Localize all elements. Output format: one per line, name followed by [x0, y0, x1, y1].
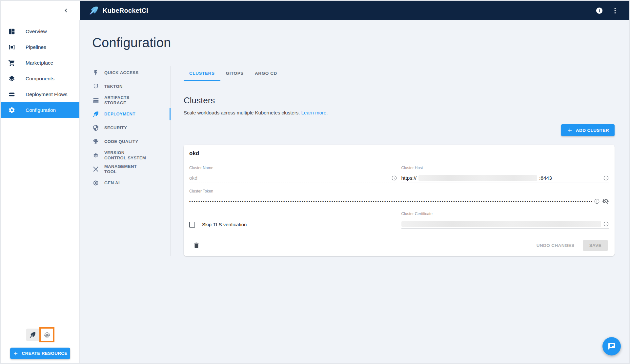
page-content: CLUSTERS GITOPS ARGO CD Clusters Scale w…	[184, 66, 615, 256]
sidebar-item-components[interactable]: Components	[1, 71, 79, 87]
sidebar-item-label: Deployment Flows	[26, 91, 68, 97]
plus-icon	[567, 127, 573, 133]
create-resource-label: CREATE RESOURCE	[22, 351, 67, 356]
cluster-token-label: Cluster Token	[189, 189, 609, 193]
cluster-card-title: okd	[189, 150, 609, 157]
subnav-item-gen-ai[interactable]: GEN AI	[92, 176, 164, 190]
subnav-item-version-control-system[interactable]: VERSION CONTROL SYSTEM	[92, 149, 164, 162]
chevron-left-icon	[62, 7, 70, 14]
subnav-item-management-tool[interactable]: MANAGEMENT TOOL	[92, 162, 164, 176]
annotation-highlight	[39, 327, 54, 342]
section-description: Scale workloads across multiple Kubernet…	[184, 110, 615, 115]
stack-icon	[92, 152, 99, 159]
sidebar-footer: CREATE RESOURCE	[1, 327, 79, 363]
visibility-off-icon[interactable]	[602, 198, 609, 205]
page-title: Configuration	[92, 20, 629, 50]
genai-icon	[92, 179, 99, 187]
kuberocketci-logo-icon[interactable]	[89, 6, 99, 15]
sidebar-collapse-button[interactable]	[60, 5, 72, 16]
plus-icon	[13, 351, 19, 356]
sidebar: Overview Pipelines Marketplace Component…	[1, 20, 80, 363]
topbar: KubeRocketCI	[1, 1, 629, 20]
chat-fab-button[interactable]	[602, 337, 621, 355]
cluster-certificate-input[interactable]	[401, 219, 609, 229]
rocket-quill-icon	[92, 111, 99, 118]
kubernetes-view-button[interactable]	[41, 329, 53, 341]
cluster-name-label: Cluster Name	[189, 166, 397, 170]
tools-icon	[92, 166, 99, 173]
redacted-host-value	[418, 175, 537, 181]
app-title: KubeRocketCI	[103, 7, 148, 14]
subnav-item-code-quality[interactable]: CODE QUALITY	[92, 135, 164, 149]
info-tooltip-icon[interactable]	[603, 221, 609, 227]
skip-tls-row: Skip TLS verification	[189, 220, 397, 229]
sidebar-item-deployment-flows[interactable]: Deployment Flows	[1, 87, 79, 102]
masked-token-value: ••••••••••••••••••••••••••••••••••••••••…	[189, 199, 592, 204]
cluster-name-input[interactable]: okd	[189, 173, 397, 183]
kubernetes-icon	[44, 332, 51, 338]
cart-icon	[8, 59, 16, 67]
app-root: KubeRocketCI Overview	[0, 0, 630, 364]
undo-changes-button[interactable]: UNDO CHANGES	[533, 240, 578, 251]
skip-tls-label: Skip TLS verification	[202, 222, 247, 227]
sidebar-item-label: Pipelines	[26, 44, 46, 50]
add-cluster-button[interactable]: ADD CLUSTER	[561, 124, 615, 136]
save-button[interactable]: SAVE	[583, 240, 608, 251]
quill-icon	[29, 332, 36, 338]
trophy-icon	[92, 138, 99, 145]
trash-icon	[193, 242, 200, 249]
kebab-menu-icon	[611, 7, 619, 14]
subnav-item-tekton[interactable]: TEKTON	[92, 80, 164, 93]
section-heading: Clusters	[184, 95, 615, 106]
cluster-host-input[interactable]: https:// :6443	[401, 173, 609, 183]
sidebar-item-label: Configuration	[26, 107, 56, 113]
cluster-host-field: Cluster Host https:// :6443	[401, 166, 609, 183]
create-resource-button[interactable]: CREATE RESOURCE	[10, 348, 70, 359]
info-tooltip-icon[interactable]	[391, 175, 397, 181]
cluster-host-label: Cluster Host	[401, 166, 609, 170]
storage-icon	[92, 97, 99, 104]
card-actions: UNDO CHANGES SAVE	[189, 239, 609, 251]
gear-icon	[8, 106, 16, 114]
delete-cluster-button[interactable]	[191, 239, 202, 251]
skip-tls-checkbox[interactable]	[189, 222, 195, 228]
quill-theme-button[interactable]	[26, 329, 39, 341]
redacted-certificate-value	[401, 221, 601, 227]
subnav-item-artifacts-storage[interactable]: ARTIFACTS STORAGE	[92, 93, 164, 107]
chat-icon	[608, 342, 616, 350]
flows-icon	[8, 91, 16, 98]
cluster-certificate-label: Cluster Certificate	[401, 212, 609, 216]
sidebar-item-label: Components	[26, 76, 54, 82]
shield-icon	[92, 124, 99, 131]
cluster-token-field: Cluster Token ••••••••••••••••••••••••••…	[189, 189, 609, 206]
sidebar-item-overview[interactable]: Overview	[1, 24, 79, 39]
subnav-item-security[interactable]: SECURITY	[92, 121, 164, 135]
info-tooltip-icon[interactable]	[594, 198, 600, 204]
pipelines-icon	[8, 43, 16, 51]
drawer-header	[1, 1, 80, 20]
learn-more-link[interactable]: Learn more.	[301, 110, 328, 115]
topbar-main: KubeRocketCI	[80, 1, 629, 20]
info-icon	[596, 7, 603, 14]
layers-icon	[8, 75, 16, 83]
cluster-certificate-field: Cluster Certificate	[401, 212, 609, 229]
tab-clusters[interactable]: CLUSTERS	[184, 66, 220, 81]
tabs: CLUSTERS GITOPS ARGO CD	[184, 66, 615, 81]
sidebar-item-marketplace[interactable]: Marketplace	[1, 55, 79, 71]
sidebar-item-configuration[interactable]: Configuration	[1, 102, 79, 118]
flash-icon	[92, 69, 99, 76]
info-button[interactable]	[593, 4, 606, 17]
cluster-token-input[interactable]: ••••••••••••••••••••••••••••••••••••••••…	[189, 196, 609, 206]
dashboard-icon	[8, 28, 16, 35]
cluster-name-field: Cluster Name okd	[189, 166, 397, 183]
cluster-card: okd Cluster Name okd	[184, 145, 615, 256]
configuration-subnav: QUICK ACCESS TEKTON	[92, 66, 171, 256]
tab-argo-cd[interactable]: ARGO CD	[249, 66, 283, 81]
kebab-menu-button[interactable]	[608, 4, 621, 17]
sidebar-item-label: Overview	[26, 29, 47, 34]
sidebar-item-pipelines[interactable]: Pipelines	[1, 39, 79, 55]
subnav-item-quick-access[interactable]: QUICK ACCESS	[92, 66, 164, 80]
subnav-item-deployment[interactable]: DEPLOYMENT	[92, 107, 164, 121]
info-tooltip-icon[interactable]	[603, 175, 609, 181]
tab-gitops[interactable]: GITOPS	[220, 66, 249, 81]
